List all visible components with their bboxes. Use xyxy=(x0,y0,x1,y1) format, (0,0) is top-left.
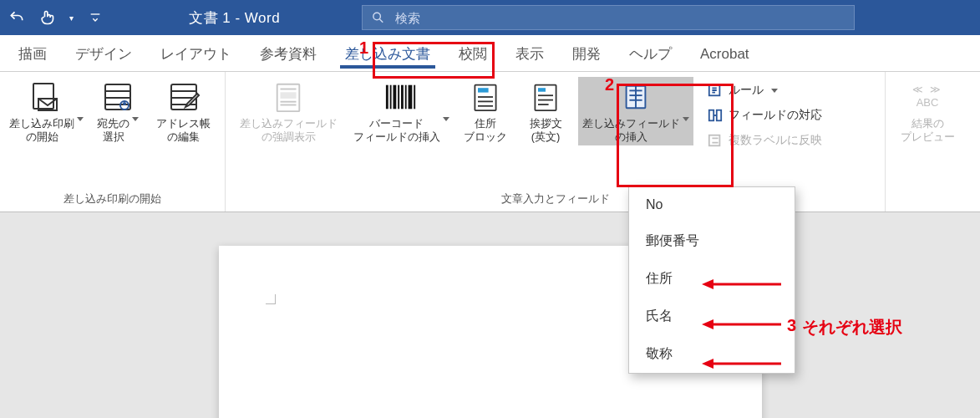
abc-preview-icon: ≪ ≫ ABC xyxy=(911,80,944,114)
svg-rect-3 xyxy=(33,84,53,109)
edit-address-book-button[interactable]: アドレス帳 の編集 xyxy=(150,77,218,145)
highlight-merge-fields-button: 差し込みフィールド の強調表示 xyxy=(232,77,344,145)
annotation-arrow-1 xyxy=(702,276,785,293)
edit-pencil-icon xyxy=(167,80,201,114)
greeting-line-button[interactable]: 挨拶文 (英文) xyxy=(518,77,573,145)
annotation-text-3: それぞれ選択 xyxy=(802,316,902,339)
svg-point-1 xyxy=(373,13,381,20)
insert-merge-field-button[interactable]: 差し込みフィールド の挿入 xyxy=(578,77,693,145)
search-box[interactable] xyxy=(362,5,855,30)
tab-references[interactable]: 参考資料 xyxy=(248,38,328,69)
match-fields-button[interactable]: フィールドの対応 xyxy=(703,105,825,125)
tab-mailings[interactable]: 差し込み文書 xyxy=(333,38,442,69)
undo-icon[interactable] xyxy=(5,6,28,29)
update-labels-icon xyxy=(707,132,724,149)
svg-line-2 xyxy=(379,19,383,23)
svg-rect-16 xyxy=(281,92,297,99)
annotation-number-1: 1 xyxy=(359,38,368,58)
svg-rect-21 xyxy=(390,85,392,110)
greeting-icon xyxy=(529,80,562,114)
tab-review[interactable]: 校閲 xyxy=(447,38,499,69)
insert-barcode-button[interactable]: バーコード フィールドの挿入 xyxy=(349,77,453,145)
ribbon: 差し込み印刷 の開始 宛先の 選択 アドレス帳 の編集 差し込み印刷の開始 xyxy=(0,72,980,212)
menu-item-no[interactable]: No xyxy=(629,187,795,222)
ribbon-group-start-merge: 差し込み印刷 の開始 宛先の 選択 アドレス帳 の編集 差し込み印刷の開始 xyxy=(0,72,226,212)
svg-marker-50 xyxy=(702,319,713,329)
svg-rect-29 xyxy=(478,88,489,92)
annotation-arrow-3 xyxy=(702,355,785,372)
svg-rect-24 xyxy=(401,85,404,110)
document-title: 文書 1 - Word xyxy=(189,8,280,28)
rules-button[interactable]: ルール xyxy=(703,80,825,100)
document-canvas: ⸺ xyxy=(0,212,980,418)
select-recipients-button[interactable]: 宛先の 選択 xyxy=(92,77,145,145)
group-label-start: 差し込み印刷の開始 xyxy=(7,190,218,210)
qat-dropdown-icon[interactable]: ▾ xyxy=(65,6,77,29)
annotation-number-3: 3 xyxy=(787,316,796,335)
svg-rect-20 xyxy=(386,85,388,110)
tab-draw[interactable]: 描画 xyxy=(7,38,58,69)
menu-item-postal[interactable]: 郵便番号 xyxy=(629,222,795,260)
svg-rect-46 xyxy=(709,135,720,146)
svg-rect-25 xyxy=(405,85,407,110)
search-input[interactable] xyxy=(395,11,845,25)
start-mail-merge-button[interactable]: 差し込み印刷 の開始 xyxy=(7,77,87,145)
match-fields-icon xyxy=(707,107,724,124)
preview-results-button: ≪ ≫ ABC 結果の プレビュー xyxy=(892,77,962,145)
address-block-icon xyxy=(469,80,502,114)
svg-marker-48 xyxy=(702,279,713,289)
highlight-field-icon xyxy=(272,80,305,114)
qat-customize-icon[interactable] xyxy=(84,6,107,29)
svg-rect-23 xyxy=(398,85,399,110)
svg-point-10 xyxy=(123,102,126,105)
ribbon-tabs: 描画 デザイン レイアウト 参考資料 差し込み文書 校閲 表示 開発 ヘルプ A… xyxy=(0,35,980,72)
svg-rect-27 xyxy=(414,85,415,110)
tab-view[interactable]: 表示 xyxy=(504,38,556,69)
ribbon-group-preview: ≪ ≫ ABC 結果の プレビュー xyxy=(886,72,969,212)
recipients-icon xyxy=(101,80,135,114)
envelope-icon xyxy=(30,80,63,114)
address-block-button[interactable]: 住所 ブロック xyxy=(458,77,513,145)
rules-icon xyxy=(707,82,724,99)
tab-help[interactable]: ヘルプ xyxy=(617,38,683,69)
field-options-column: ルール フィールドの対応 複数ラベルに反映 xyxy=(698,77,830,154)
annotation-arrow-2 xyxy=(702,316,785,333)
tab-developer[interactable]: 開発 xyxy=(561,38,612,69)
svg-rect-34 xyxy=(538,88,546,92)
insert-field-icon xyxy=(619,80,652,114)
annotation-number-2: 2 xyxy=(605,75,614,94)
svg-rect-22 xyxy=(393,85,396,110)
touch-mode-icon[interactable] xyxy=(35,6,58,29)
svg-rect-45 xyxy=(717,110,721,121)
tab-layout[interactable]: レイアウト xyxy=(149,38,243,69)
barcode-icon xyxy=(384,80,418,114)
svg-marker-52 xyxy=(702,359,713,369)
tab-design[interactable]: デザイン xyxy=(63,38,144,69)
svg-rect-44 xyxy=(709,110,713,121)
tab-acrobat[interactable]: Acrobat xyxy=(688,39,761,68)
titlebar: ▾ 文書 1 - Word xyxy=(0,0,980,35)
update-labels-button: 複数ラベルに反映 xyxy=(703,130,825,150)
search-icon xyxy=(371,10,385,25)
margin-corner-tl xyxy=(266,294,276,304)
svg-rect-26 xyxy=(409,85,413,110)
